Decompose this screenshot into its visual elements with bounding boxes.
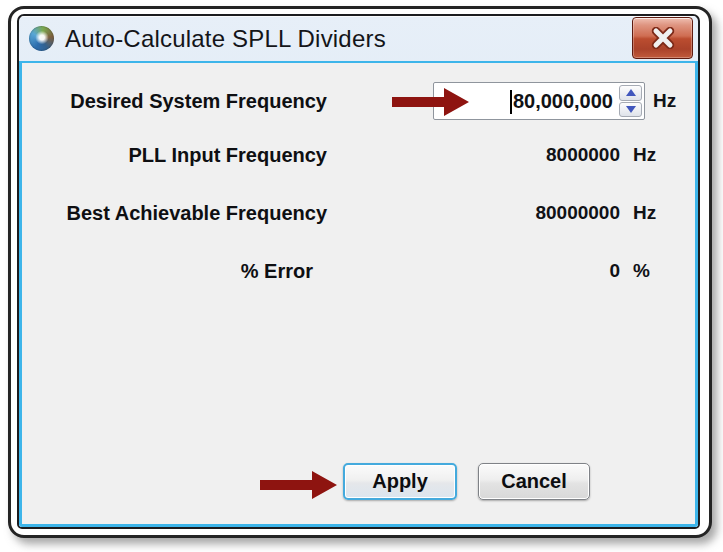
page-canvas: Auto-Calculate SPLL Dividers Desired Sys…	[0, 0, 723, 552]
unit-pll-input-hz: Hz	[633, 135, 683, 175]
cancel-button[interactable]: Cancel	[478, 463, 590, 500]
screenshot-frame: Auto-Calculate SPLL Dividers Desired Sys…	[8, 6, 712, 538]
close-button[interactable]	[632, 17, 693, 59]
close-x-icon	[650, 27, 676, 49]
dialog-window: Auto-Calculate SPLL Dividers Desired Sys…	[17, 14, 700, 529]
dialog-body: Desired System Frequency PLL Input Frequ…	[19, 61, 698, 527]
spinner-up-button[interactable]	[619, 85, 642, 101]
unit-desired-frequency-hz: Hz	[653, 81, 700, 121]
spinner-down-button[interactable]	[619, 102, 642, 118]
spinner-down-icon	[626, 106, 636, 113]
label-pll-input-frequency: PLL Input Frequency	[22, 135, 327, 175]
unit-percent-sign: %	[633, 251, 683, 291]
value-percent-error: 0	[400, 251, 620, 291]
apply-button[interactable]: Apply	[343, 463, 457, 500]
value-pll-input-frequency: 8000000	[400, 135, 620, 175]
red-arrow-to-apply-icon	[260, 470, 338, 500]
dialog-titlebar[interactable]: Auto-Calculate SPLL Dividers	[19, 16, 698, 61]
label-desired-system-frequency: Desired System Frequency	[22, 81, 327, 121]
value-best-achievable-frequency: 80000000	[400, 193, 620, 233]
dialog-title: Auto-Calculate SPLL Dividers	[65, 25, 386, 53]
label-best-achievable-frequency: Best Achievable Frequency	[22, 193, 327, 233]
label-percent-error: % Error	[22, 251, 327, 291]
unit-best-achievable-hz: Hz	[633, 193, 683, 233]
frequency-spinner	[619, 85, 642, 117]
spinner-up-icon	[626, 89, 636, 96]
red-arrow-to-input-icon	[392, 87, 470, 117]
text-caret	[510, 90, 512, 114]
app-logo-icon	[29, 26, 54, 51]
